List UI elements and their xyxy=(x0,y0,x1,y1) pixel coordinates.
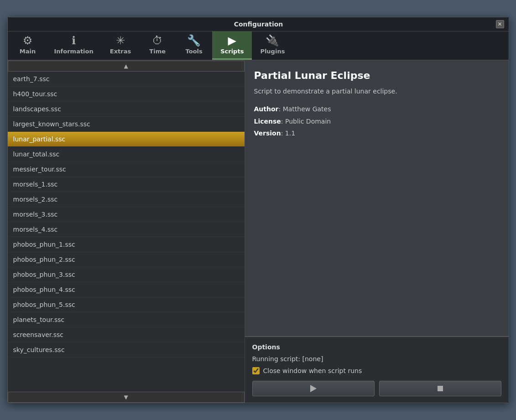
file-item[interactable]: phobos_phun_5.ssc xyxy=(8,297,245,312)
play-script-button[interactable] xyxy=(252,381,375,396)
tools-icon: 🔧 xyxy=(187,35,201,46)
author-label: Author xyxy=(254,105,279,113)
content-area: ▲ earth_7.ssch400_tour.ssclandscapes.ssc… xyxy=(8,61,509,403)
file-item[interactable]: screensaver.ssc xyxy=(8,327,245,342)
file-item[interactable]: h400_tour.ssc xyxy=(8,87,245,102)
scroll-up-button[interactable]: ▲ xyxy=(8,61,245,72)
configuration-window: Configuration ✕ ⚙ Main ℹ Information ✳ E… xyxy=(7,17,509,403)
script-info: Partial Lunar Eclipse Script to demonstr… xyxy=(245,61,509,336)
close-window-checkbox[interactable] xyxy=(252,367,260,374)
file-item[interactable]: phobos_phun_4.ssc xyxy=(8,282,245,297)
play-icon xyxy=(310,385,317,392)
script-file-list: earth_7.ssch400_tour.ssclandscapes.sscla… xyxy=(8,72,245,392)
file-list-container: ▲ earth_7.ssch400_tour.ssclandscapes.ssc… xyxy=(8,61,245,403)
tab-tools-label: Tools xyxy=(186,48,203,55)
main-icon: ⚙ xyxy=(23,35,33,46)
tab-scripts[interactable]: ▶ Scripts xyxy=(212,31,252,60)
tab-scripts-label: Scripts xyxy=(220,48,244,55)
tab-extras[interactable]: ✳ Extras xyxy=(102,31,139,60)
file-item[interactable]: lunar_partial.ssc xyxy=(8,132,245,147)
tab-information[interactable]: ℹ Information xyxy=(46,31,102,60)
license-label: License xyxy=(254,118,281,125)
script-version-row: Version: 1.1 xyxy=(254,127,500,140)
stop-script-button[interactable] xyxy=(379,381,501,396)
tab-plugins[interactable]: 🔌 Plugins xyxy=(252,31,293,60)
detail-panel: Partial Lunar Eclipse Script to demonstr… xyxy=(245,61,509,403)
file-item[interactable]: sky_cultures.ssc xyxy=(8,342,245,358)
close-window-option: Close window when script runs xyxy=(252,367,501,374)
close-window-checkbox-label: Close window when script runs xyxy=(263,367,362,374)
license-value: Public Domain xyxy=(285,118,331,125)
tab-extras-label: Extras xyxy=(110,48,131,55)
author-value: Matthew Gates xyxy=(283,105,331,113)
file-item[interactable]: morsels_2.ssc xyxy=(8,192,245,207)
file-item[interactable]: largest_known_stars.ssc xyxy=(8,117,245,132)
scroll-down-button[interactable]: ▼ xyxy=(8,392,245,403)
tab-main-label: Main xyxy=(20,48,36,55)
title-bar: Configuration ✕ xyxy=(8,17,509,31)
tab-plugins-label: Plugins xyxy=(260,48,285,55)
file-item[interactable]: earth_7.ssc xyxy=(8,72,245,87)
options-panel: Options Running script: [none] Close win… xyxy=(245,336,509,403)
scripts-icon: ▶ xyxy=(228,35,236,46)
file-item[interactable]: morsels_4.ssc xyxy=(8,222,245,237)
information-icon: ℹ xyxy=(72,35,76,46)
tab-time[interactable]: ⏱ Time xyxy=(139,31,176,60)
running-script-label: Running script: [none] xyxy=(252,355,501,363)
file-item[interactable]: planets_tour.ssc xyxy=(8,312,245,327)
tab-tools[interactable]: 🔧 Tools xyxy=(176,31,212,60)
script-meta: Author: Matthew Gates License: Public Do… xyxy=(254,103,500,140)
file-item[interactable]: phobos_phun_2.ssc xyxy=(8,252,245,267)
plugins-icon: 🔌 xyxy=(266,35,279,46)
script-action-buttons xyxy=(252,381,501,396)
extras-icon: ✳ xyxy=(116,35,125,46)
file-item[interactable]: phobos_phun_3.ssc xyxy=(8,267,245,282)
tab-bar: ⚙ Main ℹ Information ✳ Extras ⏱ Time 🔧 T… xyxy=(8,31,509,61)
file-item[interactable]: morsels_3.ssc xyxy=(8,207,245,222)
script-license-row: License: Public Domain xyxy=(254,115,500,128)
stop-icon xyxy=(438,386,443,391)
version-label: Version xyxy=(254,130,281,137)
script-description: Script to demonstrate a partial lunar ec… xyxy=(254,88,500,95)
script-author-row: Author: Matthew Gates xyxy=(254,103,500,115)
file-item[interactable]: morsels_1.ssc xyxy=(8,177,245,192)
tab-main[interactable]: ⚙ Main xyxy=(10,31,46,60)
script-title: Partial Lunar Eclipse xyxy=(254,70,500,81)
version-value: 1.1 xyxy=(285,130,295,137)
file-item[interactable]: lunar_total.ssc xyxy=(8,147,245,162)
window-title: Configuration xyxy=(21,21,496,28)
tab-information-label: Information xyxy=(54,48,94,55)
file-item[interactable]: messier_tour.ssc xyxy=(8,162,245,177)
file-item[interactable]: phobos_phun_1.ssc xyxy=(8,237,245,252)
close-button[interactable]: ✕ xyxy=(496,20,504,28)
options-title: Options xyxy=(252,343,501,351)
time-icon: ⏱ xyxy=(152,35,163,46)
tab-time-label: Time xyxy=(149,48,166,55)
file-item[interactable]: landscapes.ssc xyxy=(8,102,245,117)
